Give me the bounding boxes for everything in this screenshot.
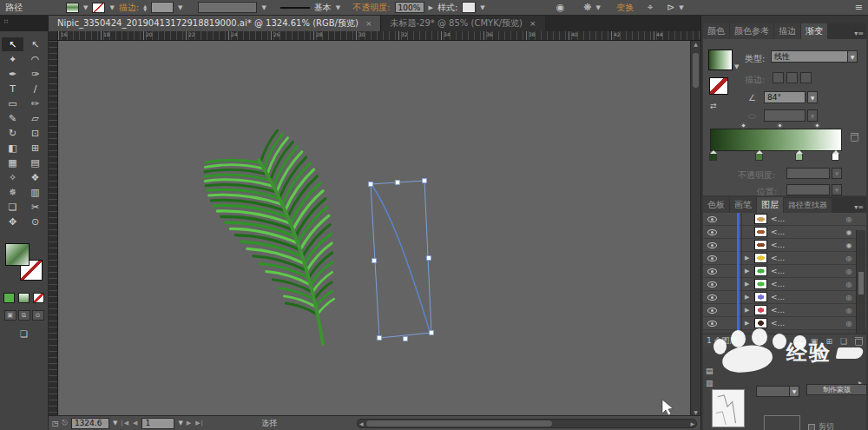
zoom-tool[interactable]: ⊙ [24, 215, 46, 228]
scroll-right-icon[interactable]: ▶ [690, 420, 694, 427]
tab-stroke[interactable]: 描边 [774, 23, 800, 39]
fill-color-swatch[interactable] [66, 3, 79, 13]
artboard-dropdown-icon[interactable]: ▼ [178, 420, 182, 427]
target-circle-icon[interactable]: ◎ [842, 307, 856, 314]
layer-label[interactable]: <... [767, 241, 842, 249]
new-sublayer-icon[interactable]: ⊞ [825, 337, 832, 346]
layers-scrollbar[interactable] [856, 230, 865, 334]
target-circle-icon[interactable]: ◎ [842, 215, 856, 223]
prev-artboard-icon[interactable]: ◀ [133, 420, 138, 427]
gradient-stop-handle[interactable] [832, 153, 839, 161]
rectangle-tool[interactable]: ▭ [2, 96, 23, 110]
fill-dropdown-icon[interactable]: ▼ [83, 4, 88, 11]
gradient-stroke-thumbnail[interactable] [709, 77, 728, 95]
blend-dropdown-icon[interactable]: ▼ [789, 386, 799, 397]
layer-row[interactable]: ▶ <... ◎ [703, 317, 866, 330]
layer-thumbnail[interactable] [754, 266, 767, 276]
eraser-tool[interactable]: ▱ [24, 111, 46, 125]
gradient-tool[interactable]: ▤ [24, 155, 46, 169]
layer-label[interactable]: <... [767, 319, 842, 327]
panel-collapse-icon2[interactable]: ▥ [706, 379, 713, 387]
new-layer-icon[interactable]: ❏ [840, 337, 847, 346]
slice-tool[interactable]: ✂ [24, 200, 46, 214]
shape-builder-tool[interactable]: ◧ [2, 141, 23, 155]
line-segment-tool[interactable]: ∕ [24, 82, 46, 96]
stroke-color-swatch[interactable] [92, 3, 105, 13]
width-profile-field[interactable] [198, 2, 257, 13]
canvas[interactable] [58, 41, 690, 415]
gradient-midpoint-handle[interactable] [740, 122, 746, 129]
layer-thumbnail[interactable] [754, 253, 767, 263]
lasso-tool[interactable]: ◠ [24, 52, 46, 66]
layer-label[interactable]: <... [767, 267, 842, 275]
reverse-gradient-icon[interactable]: ⇄ [710, 102, 717, 110]
gradient-stop-handle[interactable] [795, 153, 803, 161]
mesh-tool[interactable]: ▦ [2, 155, 23, 169]
stroke-link[interactable]: 描边: [119, 2, 139, 14]
document-tab-inactive[interactable]: 未标题-29* @ 85% (CMYK/预览) × [380, 16, 544, 31]
visibility-eye-icon[interactable] [707, 242, 717, 248]
layer-thumbnail[interactable] [754, 240, 767, 250]
zoom-field[interactable]: 1324.6 [71, 418, 109, 429]
horizontal-scroll-thumb[interactable] [366, 420, 553, 427]
visibility-eye-icon[interactable] [707, 229, 717, 235]
layer-thumbnail[interactable] [754, 279, 767, 289]
visibility-eye-icon[interactable] [707, 216, 717, 222]
type-tool[interactable]: T [2, 82, 23, 96]
fill-indicator[interactable] [5, 243, 30, 266]
symbol-sprayer-tool[interactable]: ✵ [2, 185, 23, 199]
stroke-weight-field[interactable] [151, 2, 174, 13]
visibility-eye-icon[interactable] [707, 268, 717, 275]
effects-dropdown-icon[interactable]: ▼ [596, 4, 601, 11]
ruler-corner[interactable] [49, 31, 58, 41]
target-circle-icon[interactable]: ◉ [842, 228, 856, 236]
tab-gradient[interactable]: 渐变 [801, 23, 827, 39]
layer-label[interactable]: <... [767, 306, 842, 314]
artboard-tool[interactable]: ❏ [2, 200, 23, 214]
stroke-weight-dropdown-icon[interactable]: ▼ [178, 4, 182, 11]
none-button[interactable] [33, 293, 44, 303]
graph-tool[interactable]: ▥ [24, 185, 46, 199]
gradient-stop-handle[interactable] [709, 153, 717, 161]
horizontal-scrollbar[interactable]: ◀ ▶ [357, 419, 697, 428]
tab-color[interactable]: 颜色 [703, 23, 729, 39]
visibility-eye-icon[interactable] [707, 321, 717, 327]
panel-collapse-icon[interactable]: ▤ [706, 367, 713, 375]
layer-row[interactable]: ▶ <... ◎ [703, 252, 866, 265]
vertical-scroll-thumb[interactable] [693, 53, 699, 88]
free-transform-tool[interactable]: ⊡ [24, 126, 46, 140]
layer-label[interactable]: <... [767, 280, 842, 288]
opacity-dropdown-icon[interactable]: ▶ [429, 4, 433, 11]
status-icon-a[interactable]: ◳ [52, 420, 59, 427]
color-button[interactable] [3, 293, 15, 303]
tab-color-guide[interactable]: 颜色参考 [730, 23, 773, 39]
width-profile-dropdown-icon[interactable]: ▼ [261, 4, 266, 11]
type-dropdown-icon[interactable]: ▼ [847, 50, 858, 63]
make-clipping-mask-icon[interactable]: ▣ [811, 337, 819, 346]
direct-selection-tool[interactable]: ↖ [2, 37, 23, 51]
layer-label[interactable]: <... [767, 215, 842, 223]
visibility-eye-icon[interactable] [707, 308, 717, 314]
stroke-dropdown-icon[interactable]: ▼ [109, 4, 114, 11]
close-icon[interactable]: × [365, 19, 372, 28]
next-artboard-icon[interactable]: ▶ [187, 420, 192, 427]
target-circle-icon[interactable]: ◉ [842, 241, 856, 249]
visibility-eye-icon[interactable] [707, 255, 717, 261]
rotate-tool[interactable]: ↻ [2, 126, 23, 140]
transparency-thumbnail[interactable] [712, 389, 745, 427]
gradient-button[interactable] [18, 293, 30, 303]
panel-menu-icon[interactable]: ▾≡ [852, 202, 866, 213]
delete-layer-trash-icon[interactable] [855, 337, 863, 346]
align-icon[interactable]: ⌖ [648, 2, 653, 13]
opacity-field[interactable]: 100% [395, 2, 424, 13]
tab-layers[interactable]: 图层 [757, 197, 783, 213]
status-icon-b[interactable]: ⎋ [62, 419, 68, 427]
gradient-type-select[interactable]: 线性 [771, 50, 858, 63]
target-circle-icon[interactable]: ◎ [842, 294, 856, 301]
blend-tool[interactable]: ❖ [24, 170, 46, 184]
visibility-eye-icon[interactable] [707, 294, 717, 301]
checkbox-icon[interactable] [808, 424, 815, 430]
expand-triangle-icon[interactable]: ▶ [745, 268, 754, 275]
scroll-up-icon[interactable]: ▲ [691, 41, 700, 47]
expand-triangle-icon[interactable]: ▶ [745, 320, 754, 327]
